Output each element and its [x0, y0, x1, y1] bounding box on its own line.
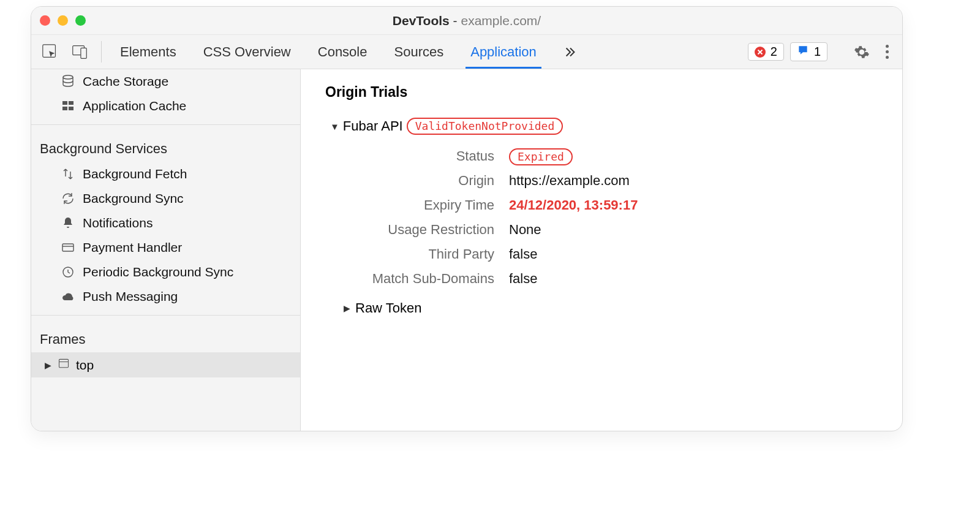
detail-row-status: Status Expired: [362, 148, 878, 164]
origin-trial-entry[interactable]: ▼ Fubar API ValidTokenNotProvided: [330, 118, 878, 135]
message-icon: [797, 44, 809, 59]
detail-label: Third Party: [362, 246, 509, 262]
detail-row-origin: Origin https://example.com: [362, 173, 878, 189]
frames-top-item[interactable]: ▶ top: [31, 352, 300, 377]
toolbar-divider: [101, 41, 102, 63]
db-stack-icon: [61, 74, 75, 89]
grid-icon: [61, 99, 75, 113]
error-icon: [755, 47, 766, 58]
application-sidebar: Cache Storage Application Cache Backgrou…: [31, 69, 301, 431]
gear-icon: [854, 44, 870, 60]
svg-rect-8: [62, 244, 74, 251]
sidebar-group-frames: Frames: [31, 316, 300, 352]
tab-css-overview[interactable]: CSS Overview: [190, 35, 304, 69]
sidebar-item-notifications[interactable]: Notifications: [31, 211, 300, 235]
inspect-element-button[interactable]: [37, 40, 63, 64]
detail-value: https://example.com: [509, 173, 630, 189]
sidebar-item-label: Background Sync: [83, 191, 184, 206]
token-status-badge: ValidTokenNotProvided: [407, 118, 564, 135]
inspect-pointer-icon: [41, 43, 59, 61]
detail-value: false: [509, 271, 537, 287]
origin-trial-details: Status Expired Origin https://example.co…: [362, 148, 878, 287]
detail-row-expiry: Expiry Time 24/12/2020, 13:59:17: [362, 197, 878, 213]
svg-rect-2: [81, 48, 86, 58]
tab-sources[interactable]: Sources: [380, 35, 457, 69]
devices-icon: [70, 43, 89, 61]
detail-value: false: [509, 246, 537, 262]
frames-top-label: top: [76, 358, 94, 373]
traffic-lights: [40, 15, 86, 26]
detail-label: Match Sub-Domains: [362, 271, 509, 287]
chevron-double-right-icon: [564, 45, 577, 59]
bell-icon: [61, 216, 75, 230]
sidebar-item-label: Push Messaging: [83, 289, 178, 304]
svg-rect-4: [62, 101, 67, 105]
svg-rect-5: [69, 101, 74, 105]
sidebar-item-label: Background Fetch: [83, 167, 187, 181]
close-window-button[interactable]: [40, 15, 50, 26]
detail-row-subdomains: Match Sub-Domains false: [362, 271, 878, 287]
detail-label: Origin: [362, 173, 509, 189]
triangle-right-icon: ▶: [45, 360, 51, 370]
tab-strip: Elements CSS Overview Console Sources Ap…: [107, 35, 590, 69]
triangle-right-icon: ▶: [344, 303, 350, 313]
section-title: Origin Trials: [325, 84, 878, 100]
window-title-site: example.com/: [461, 13, 541, 28]
svg-rect-7: [69, 107, 74, 110]
sidebar-item-background-fetch[interactable]: Background Fetch: [31, 162, 300, 186]
sidebar-group-background-services: Background Services: [31, 125, 300, 162]
origin-trial-name: Fubar API: [343, 118, 403, 134]
messages-count: 1: [814, 45, 821, 59]
svg-rect-6: [62, 107, 67, 110]
updown-icon: [61, 167, 75, 181]
tab-application[interactable]: Application: [457, 35, 550, 69]
svg-rect-11: [59, 359, 69, 367]
sidebar-item-periodic-background-sync[interactable]: Periodic Background Sync: [31, 260, 300, 284]
clock-icon: [61, 265, 75, 279]
tab-console[interactable]: Console: [304, 35, 381, 69]
tab-elements[interactable]: Elements: [107, 35, 190, 69]
devtools-window: DevTools - example.com/ Elements CSS Ove…: [31, 6, 903, 431]
triangle-down-icon: ▼: [330, 121, 339, 132]
sidebar-item-payment-handler[interactable]: Payment Handler: [31, 235, 300, 260]
more-options-button[interactable]: [880, 41, 895, 63]
panel-body: Cache Storage Application Cache Backgrou…: [31, 69, 902, 431]
status-badge: Expired: [509, 148, 573, 165]
sidebar-item-cache-storage[interactable]: Cache Storage: [31, 69, 300, 94]
sidebar-item-label: Payment Handler: [83, 240, 182, 255]
origin-trials-panel: Origin Trials ▼ Fubar API ValidTokenNotP…: [301, 69, 902, 431]
settings-button[interactable]: [850, 42, 873, 63]
errors-chip[interactable]: 2: [748, 43, 784, 61]
svg-point-3: [63, 75, 73, 79]
card-icon: [61, 240, 75, 255]
sync-icon: [61, 191, 75, 206]
detail-label: Status: [362, 148, 509, 164]
sidebar-item-label: Application Cache: [83, 99, 186, 113]
raw-token-label: Raw Token: [355, 300, 421, 316]
devtools-toolbar: Elements CSS Overview Console Sources Ap…: [31, 35, 902, 69]
raw-token-toggle[interactable]: ▶ Raw Token: [344, 300, 878, 316]
window-title-app: DevTools: [393, 13, 450, 28]
sidebar-item-application-cache[interactable]: Application Cache: [31, 94, 300, 118]
detail-value-expiry: 24/12/2020, 13:59:17: [509, 197, 638, 213]
detail-value: None: [509, 222, 541, 238]
minimize-window-button[interactable]: [58, 15, 68, 26]
detail-row-usage: Usage Restriction None: [362, 222, 878, 238]
sidebar-item-background-sync[interactable]: Background Sync: [31, 186, 300, 211]
errors-count: 2: [771, 45, 777, 59]
sidebar-item-label: Periodic Background Sync: [83, 265, 233, 279]
device-toolbar-button[interactable]: [67, 40, 92, 64]
detail-label: Expiry Time: [362, 197, 509, 213]
sidebar-item-push-messaging[interactable]: Push Messaging: [31, 284, 300, 309]
sidebar-item-label: Cache Storage: [83, 74, 168, 89]
frame-icon: [58, 357, 70, 373]
sidebar-item-label: Notifications: [83, 216, 153, 230]
maximize-window-button[interactable]: [75, 15, 86, 26]
window-titlebar: DevTools - example.com/: [31, 7, 902, 35]
detail-row-thirdparty: Third Party false: [362, 246, 878, 262]
cloud-icon: [61, 289, 75, 304]
window-title: DevTools - example.com/: [31, 13, 902, 28]
detail-label: Usage Restriction: [362, 222, 509, 238]
more-tabs-button[interactable]: [550, 35, 590, 69]
messages-chip[interactable]: 1: [790, 42, 827, 61]
